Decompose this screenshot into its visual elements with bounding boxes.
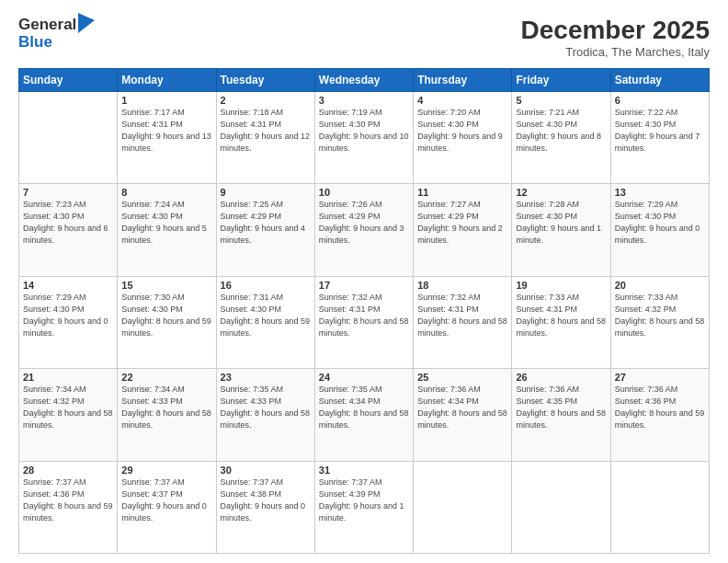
logo-icon xyxy=(78,13,95,33)
day-info: Sunrise: 7:27 AMSunset: 4:29 PMDaylight:… xyxy=(417,199,507,247)
day-number: 28 xyxy=(23,465,113,476)
table-row: 13Sunrise: 7:29 AMSunset: 4:30 PMDayligh… xyxy=(610,184,709,276)
location: Trodica, The Marches, Italy xyxy=(521,45,710,59)
day-number: 29 xyxy=(121,465,211,476)
calendar-week-row: 1Sunrise: 7:17 AMSunset: 4:31 PMDaylight… xyxy=(19,91,710,183)
table-row xyxy=(610,461,709,553)
table-row: 7Sunrise: 7:23 AMSunset: 4:30 PMDaylight… xyxy=(19,184,118,276)
title-block: December 2025 Trodica, The Marches, Ital… xyxy=(521,17,710,59)
table-row: 29Sunrise: 7:37 AMSunset: 4:37 PMDayligh… xyxy=(118,461,216,553)
calendar-table: Sunday Monday Tuesday Wednesday Thursday… xyxy=(18,68,710,554)
day-number: 18 xyxy=(417,280,507,291)
day-info: Sunrise: 7:34 AMSunset: 4:32 PMDaylight:… xyxy=(23,384,113,431)
table-row xyxy=(512,461,610,553)
day-number: 15 xyxy=(121,280,211,291)
day-info: Sunrise: 7:37 AMSunset: 4:36 PMDaylight:… xyxy=(23,477,113,524)
table-row: 24Sunrise: 7:35 AMSunset: 4:34 PMDayligh… xyxy=(314,369,413,461)
col-friday: Friday xyxy=(512,68,610,91)
table-row: 23Sunrise: 7:35 AMSunset: 4:33 PMDayligh… xyxy=(216,369,314,461)
calendar-week-row: 21Sunrise: 7:34 AMSunset: 4:32 PMDayligh… xyxy=(19,369,710,461)
col-monday: Monday xyxy=(118,68,216,91)
day-number: 2 xyxy=(221,95,311,106)
calendar-week-row: 28Sunrise: 7:37 AMSunset: 4:36 PMDayligh… xyxy=(19,461,710,553)
day-info: Sunrise: 7:32 AMSunset: 4:31 PMDaylight:… xyxy=(417,292,507,339)
table-row: 27Sunrise: 7:36 AMSunset: 4:36 PMDayligh… xyxy=(610,369,709,461)
day-number: 16 xyxy=(221,280,311,291)
table-row: 26Sunrise: 7:36 AMSunset: 4:35 PMDayligh… xyxy=(512,369,610,461)
day-info: Sunrise: 7:34 AMSunset: 4:33 PMDaylight:… xyxy=(121,384,211,431)
table-row: 12Sunrise: 7:28 AMSunset: 4:30 PMDayligh… xyxy=(512,184,610,276)
table-row: 19Sunrise: 7:33 AMSunset: 4:31 PMDayligh… xyxy=(512,276,610,368)
day-number: 19 xyxy=(516,280,606,291)
col-wednesday: Wednesday xyxy=(314,68,413,91)
day-info: Sunrise: 7:37 AMSunset: 4:38 PMDaylight:… xyxy=(221,477,311,524)
col-sunday: Sunday xyxy=(19,68,118,91)
col-tuesday: Tuesday xyxy=(216,68,314,91)
table-row: 30Sunrise: 7:37 AMSunset: 4:38 PMDayligh… xyxy=(216,461,314,553)
day-info: Sunrise: 7:26 AMSunset: 4:29 PMDaylight:… xyxy=(319,199,409,247)
day-number: 10 xyxy=(319,187,409,198)
day-info: Sunrise: 7:36 AMSunset: 4:34 PMDaylight:… xyxy=(417,384,507,431)
day-number: 1 xyxy=(121,95,211,106)
day-number: 3 xyxy=(319,95,409,106)
day-number: 20 xyxy=(615,280,705,291)
day-info: Sunrise: 7:37 AMSunset: 4:39 PMDaylight:… xyxy=(319,477,409,524)
day-info: Sunrise: 7:32 AMSunset: 4:31 PMDaylight:… xyxy=(319,292,409,339)
day-number: 6 xyxy=(615,95,705,106)
day-info: Sunrise: 7:35 AMSunset: 4:33 PMDaylight:… xyxy=(221,384,311,431)
header: General Blue December 2025 Trodica, The … xyxy=(18,17,710,59)
table-row: 20Sunrise: 7:33 AMSunset: 4:32 PMDayligh… xyxy=(610,276,709,368)
day-number: 13 xyxy=(615,187,705,198)
table-row: 15Sunrise: 7:30 AMSunset: 4:30 PMDayligh… xyxy=(118,276,216,368)
table-row: 25Sunrise: 7:36 AMSunset: 4:34 PMDayligh… xyxy=(414,369,512,461)
day-number: 23 xyxy=(221,372,311,383)
day-number: 7 xyxy=(23,187,113,198)
table-row xyxy=(414,461,512,553)
day-info: Sunrise: 7:23 AMSunset: 4:30 PMDaylight:… xyxy=(23,199,113,247)
day-info: Sunrise: 7:18 AMSunset: 4:31 PMDaylight:… xyxy=(221,107,311,155)
day-number: 25 xyxy=(417,372,507,383)
table-row: 18Sunrise: 7:32 AMSunset: 4:31 PMDayligh… xyxy=(414,276,512,368)
day-info: Sunrise: 7:20 AMSunset: 4:30 PMDaylight:… xyxy=(417,107,507,155)
day-info: Sunrise: 7:22 AMSunset: 4:30 PMDaylight:… xyxy=(615,107,705,155)
table-row xyxy=(19,91,118,183)
logo-text: General Blue xyxy=(18,17,95,51)
day-number: 11 xyxy=(417,187,507,198)
col-saturday: Saturday xyxy=(610,68,709,91)
table-row: 2Sunrise: 7:18 AMSunset: 4:31 PMDaylight… xyxy=(216,91,314,183)
day-number: 27 xyxy=(615,372,705,383)
svg-marker-0 xyxy=(78,13,95,33)
table-row: 11Sunrise: 7:27 AMSunset: 4:29 PMDayligh… xyxy=(414,184,512,276)
calendar-header-row: Sunday Monday Tuesday Wednesday Thursday… xyxy=(19,68,710,91)
col-thursday: Thursday xyxy=(414,68,512,91)
day-number: 5 xyxy=(516,95,606,106)
day-number: 31 xyxy=(319,465,409,476)
table-row: 6Sunrise: 7:22 AMSunset: 4:30 PMDaylight… xyxy=(610,91,709,183)
day-number: 22 xyxy=(121,372,211,383)
day-info: Sunrise: 7:19 AMSunset: 4:30 PMDaylight:… xyxy=(319,107,409,155)
table-row: 22Sunrise: 7:34 AMSunset: 4:33 PMDayligh… xyxy=(118,369,216,461)
day-info: Sunrise: 7:37 AMSunset: 4:37 PMDaylight:… xyxy=(121,477,211,524)
calendar-week-row: 7Sunrise: 7:23 AMSunset: 4:30 PMDaylight… xyxy=(19,184,710,276)
day-info: Sunrise: 7:25 AMSunset: 4:29 PMDaylight:… xyxy=(221,199,311,247)
table-row: 31Sunrise: 7:37 AMSunset: 4:39 PMDayligh… xyxy=(314,461,413,553)
day-info: Sunrise: 7:36 AMSunset: 4:35 PMDaylight:… xyxy=(516,384,606,431)
day-number: 26 xyxy=(516,372,606,383)
page: General Blue December 2025 Trodica, The … xyxy=(0,0,728,563)
day-info: Sunrise: 7:30 AMSunset: 4:30 PMDaylight:… xyxy=(121,292,211,339)
month-title: December 2025 xyxy=(521,17,710,45)
table-row: 9Sunrise: 7:25 AMSunset: 4:29 PMDaylight… xyxy=(216,184,314,276)
table-row: 28Sunrise: 7:37 AMSunset: 4:36 PMDayligh… xyxy=(19,461,118,553)
day-info: Sunrise: 7:31 AMSunset: 4:30 PMDaylight:… xyxy=(221,292,311,339)
day-number: 8 xyxy=(121,187,211,198)
day-info: Sunrise: 7:21 AMSunset: 4:30 PMDaylight:… xyxy=(516,107,606,155)
day-number: 4 xyxy=(417,95,507,106)
table-row: 4Sunrise: 7:20 AMSunset: 4:30 PMDaylight… xyxy=(414,91,512,183)
table-row: 1Sunrise: 7:17 AMSunset: 4:31 PMDaylight… xyxy=(118,91,216,183)
day-info: Sunrise: 7:29 AMSunset: 4:30 PMDaylight:… xyxy=(615,199,705,247)
day-number: 9 xyxy=(221,187,311,198)
day-info: Sunrise: 7:17 AMSunset: 4:31 PMDaylight:… xyxy=(121,107,211,155)
table-row: 16Sunrise: 7:31 AMSunset: 4:30 PMDayligh… xyxy=(216,276,314,368)
day-number: 24 xyxy=(319,372,409,383)
day-number: 30 xyxy=(221,465,311,476)
